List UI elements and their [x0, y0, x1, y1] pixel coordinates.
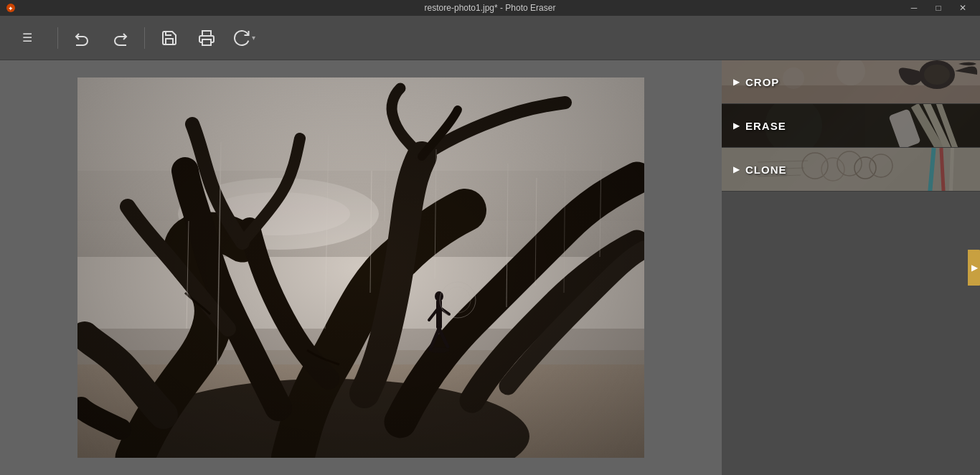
- erase-arrow-icon: ▶: [733, 121, 740, 131]
- rotate-button[interactable]: ▾: [228, 22, 260, 54]
- right-panel: ▶ CROP: [722, 60, 980, 475]
- titlebar-left: ✦: [6, 3, 16, 13]
- titlebar-controls: ─ □ ✕: [903, 0, 974, 16]
- print-button[interactable]: [191, 22, 222, 54]
- clone-label: CLONE: [745, 164, 787, 176]
- panel-collapse-button[interactable]: ▶: [968, 250, 980, 286]
- erase-panel-content: ▶ ERASE: [722, 120, 980, 132]
- erase-panel-item[interactable]: ▶ ERASE: [722, 104, 980, 148]
- app-icon: ✦: [6, 3, 16, 13]
- crop-label: CROP: [745, 76, 779, 88]
- collapse-arrow-icon: ▶: [971, 263, 978, 273]
- clone-panel-item[interactable]: ▶ CLONE: [722, 148, 980, 192]
- close-button[interactable]: ✕: [951, 0, 974, 16]
- svg-rect-27: [77, 77, 644, 458]
- redo-button[interactable]: [104, 22, 136, 54]
- maximize-button[interactable]: □: [927, 0, 950, 16]
- photo-container: [77, 77, 644, 458]
- minimize-button[interactable]: ─: [903, 0, 925, 16]
- clone-panel-content: ▶ CLONE: [722, 164, 980, 176]
- undo-button[interactable]: [67, 22, 98, 54]
- toolbar-separator-1: [57, 27, 58, 49]
- photo-canvas: [77, 77, 644, 458]
- crop-panel-item[interactable]: ▶ CROP: [722, 60, 980, 104]
- toolbar: ☰ ▾: [0, 16, 980, 60]
- titlebar-title: restore-photo1.jpg* - Photo Eraser: [425, 3, 556, 13]
- svg-rect-2: [202, 39, 211, 45]
- crop-arrow-icon: ▶: [733, 77, 740, 87]
- main-content: ▶ CROP: [0, 60, 980, 475]
- erase-label: ERASE: [745, 120, 786, 132]
- titlebar: ✦ restore-photo1.jpg* - Photo Eraser ─ □…: [0, 0, 980, 16]
- canvas-area[interactable]: [0, 60, 722, 475]
- save-button[interactable]: [154, 22, 185, 54]
- toolbar-separator-2: [144, 27, 145, 49]
- svg-text:✦: ✦: [8, 5, 14, 12]
- crop-panel-content: ▶ CROP: [722, 76, 980, 88]
- clone-arrow-icon: ▶: [733, 164, 740, 174]
- menu-button[interactable]: ☰: [11, 22, 43, 54]
